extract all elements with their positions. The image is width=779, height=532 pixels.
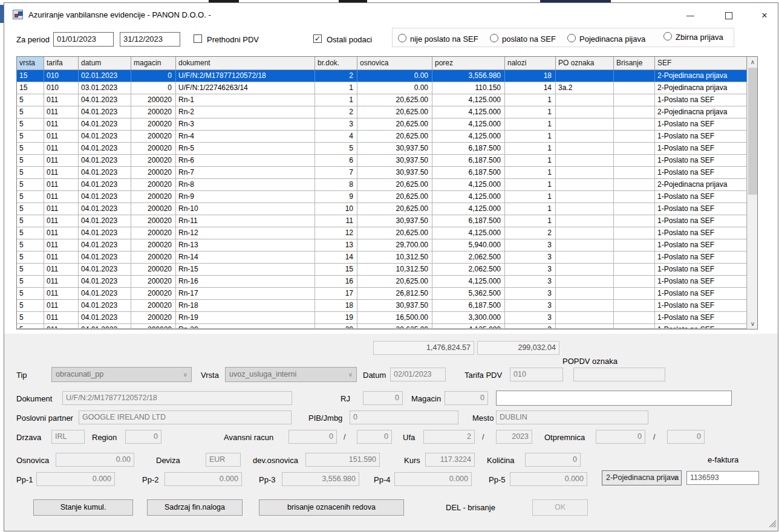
table-row[interactable]: 5 011 04.01.2023 200020 Rn-19 19 16,500.… (17, 312, 757, 324)
date-to-input[interactable]: 31/12/2023 (120, 32, 180, 47)
table-header-row: vrsta tarifa datum magacin dokument br.d… (17, 57, 757, 70)
column-header-sef[interactable]: SEF (655, 57, 747, 70)
table-row[interactable]: 5 011 04.01.2023 200020 Rn-11 11 30,937.… (17, 215, 757, 227)
column-header-datum[interactable]: datum (79, 57, 131, 70)
dev-osnovica-field: 151.590 (305, 453, 380, 467)
kolicina-label: Količina (487, 456, 515, 465)
tarifa-pdv-field: 010 (510, 368, 563, 381)
column-header-vrsta[interactable]: vrsta (17, 57, 44, 70)
column-header-porez[interactable]: porez (432, 57, 505, 70)
table-row[interactable]: 5 011 04.01.2023 200020 Rn-14 14 10,312.… (17, 251, 757, 264)
pp3-label: Pp-3 (259, 475, 275, 484)
pp1-field: 0.000 (36, 472, 115, 486)
table-row[interactable]: 5 011 04.01.2023 200020 Rn-5 5 30,937.50… (17, 143, 757, 155)
radio-nije-poslato-na-sef[interactable] (398, 34, 406, 42)
table-row[interactable]: 5 011 04.01.2023 200020 Rn-6 6 30,937.50… (17, 155, 757, 167)
efaktura-field[interactable]: 1136593 (686, 471, 759, 485)
brisanje-oznacenih-redova-button[interactable]: brisanje oznacenih redova (259, 499, 404, 516)
table-row[interactable]: 5 011 04.01.2023 200020 Rn-2 2 20,625.00… (17, 106, 757, 118)
column-header-brdok[interactable]: br.dok. (315, 57, 357, 70)
mesto-label: Mesto (472, 414, 494, 423)
table-row[interactable]: 5 011 04.01.2023 200020 Rn-8 8 20,625.00… (17, 179, 757, 191)
table-row[interactable]: 5 011 04.01.2023 200020 Rn-10 10 20,625.… (17, 203, 757, 215)
magacin-field: 0 (445, 391, 488, 405)
close-button[interactable]: ✕ (751, 4, 778, 27)
title-bar[interactable]: Azuriranje vanbilansne evidencije - PANO… (4, 3, 778, 26)
maximize-button[interactable] (715, 4, 743, 27)
chevron-down-icon: ∨ (673, 471, 677, 485)
table-row[interactable]: 5 011 04.01.2023 200020 Rn-9 9 20,625.00… (17, 191, 757, 203)
kurs-label: Kurs (404, 456, 420, 465)
radio-zbirna-prijava[interactable] (663, 32, 672, 41)
table-vertical-scrollbar[interactable]: ∧ ∨ (747, 57, 757, 329)
pp3-field: 3,556.980 (282, 472, 359, 486)
radio-poslato-na-sef[interactable] (490, 34, 498, 42)
column-header-brisanje[interactable]: Brisanje (614, 57, 655, 70)
table-row[interactable]: 5 011 04.01.2023 200020 Rn-18 18 30,937.… (17, 300, 757, 312)
table-row[interactable]: 5 011 04.01.2023 200020 Rn-15 15 10,312.… (17, 264, 757, 276)
ostali-podaci-checkbox[interactable]: ✓ (313, 34, 322, 43)
kolicina-field: 0 (525, 453, 581, 467)
scrollbar-thumb[interactable] (748, 68, 757, 195)
table-row[interactable]: 15 010 03.01.2023 0 U/F/N:1/22746263/14 … (17, 82, 757, 94)
slash-separator: / (482, 433, 484, 441)
table-row[interactable]: 5 011 04.01.2023 200020 Rn-17 17 26,812.… (17, 288, 757, 300)
scroll-down-icon[interactable]: ∨ (748, 319, 758, 329)
minimize-button[interactable] (676, 4, 704, 27)
pib-jmbg-label: PIB/Jmbg (308, 414, 342, 423)
ok-button[interactable]: OK (532, 499, 588, 516)
column-header-osnovica[interactable]: osnovica (357, 57, 432, 70)
datum-field: 02/01/2023 (390, 368, 446, 381)
deviza-field: EUR (206, 453, 241, 467)
column-header-tarifa[interactable]: tarifa (44, 57, 79, 70)
dokument-label: Dokument (16, 394, 52, 403)
radio-pojedinacna-pijava[interactable] (567, 34, 576, 42)
maximize-icon (725, 12, 732, 19)
table-row[interactable]: 5 011 04.01.2023 200020 Rn-16 16 20,625.… (17, 276, 757, 288)
prethodni-pdv-label: Prethodni PDV (207, 35, 259, 44)
drzava-label: Drzava (16, 433, 41, 442)
radio-poslato-label: poslato na SEF (502, 34, 556, 44)
popdv-oznaka-field (573, 368, 665, 381)
pp4-label: Pp-4 (374, 475, 390, 484)
column-header-po-oznaka[interactable]: PO oznaka (556, 57, 614, 70)
table-row[interactable]: 5 011 04.01.2023 200020 Rn-1 1 20,625.00… (17, 94, 757, 106)
ufa-field-1: 2 (423, 430, 475, 444)
rj-field: 0 (363, 391, 403, 405)
table-row[interactable]: 5 011 04.01.2023 200020 Rn-13 13 29,700.… (17, 239, 757, 251)
ostali-podaci-label: Ostali podaci (327, 35, 372, 44)
column-header-dokument[interactable]: dokument (176, 57, 315, 70)
table-row[interactable]: 5 011 04.01.2023 200020 Rn-3 3 20,625.00… (17, 118, 757, 131)
sadrzaj-fin-naloga-button[interactable]: Sadrzaj fin.naloga (147, 499, 243, 516)
napomena-field[interactable] (496, 391, 732, 406)
prethodni-pdv-checkbox[interactable] (194, 34, 202, 43)
vrsta-label: Vrsta (201, 371, 219, 380)
otpremnica-field-2: 0 (667, 430, 705, 444)
efaktura-label: e-faktura (708, 455, 738, 464)
column-header-magacin[interactable]: magacin (131, 57, 176, 70)
tip-combo: obracunati_pp∨ (51, 367, 192, 382)
winforms-app-icon (13, 10, 23, 19)
popdv-oznaka-label: POPDV oznaka (562, 357, 618, 366)
deviza-label: Deviza (156, 456, 180, 465)
table-row[interactable]: 5 011 04.01.2023 200020 Rn-7 7 30,937.50… (17, 167, 757, 179)
stanje-kumul-button[interactable]: Stanje kumul. (33, 499, 133, 516)
close-icon: ✕ (761, 11, 768, 20)
table-row[interactable]: 5 011 04.01.2023 200020 Rn-20 20 20,625.… (17, 324, 757, 329)
datum-label: Datum (363, 371, 386, 380)
sef-status-combo[interactable]: 2-Pojedinacna prijava∨ (602, 470, 682, 485)
minimize-icon (686, 16, 694, 16)
scroll-up-icon[interactable]: ∧ (748, 57, 758, 67)
pp2-label: Pp-2 (142, 475, 158, 484)
resize-grip[interactable] (769, 519, 777, 530)
evidencije-table: vrsta tarifa datum magacin dokument br.d… (16, 56, 758, 329)
mesto-field: DUBLIN (496, 410, 648, 424)
table-row[interactable]: 15 010 02.01.2023 0 U/F/N:2/M17877120572… (17, 70, 757, 82)
column-header-nalozi[interactable]: nalozi (505, 57, 556, 70)
region-field: 0 (125, 430, 161, 444)
table-row[interactable]: 5 011 04.01.2023 200020 Rn-4 4 20,625.00… (17, 131, 757, 143)
poslovni-partner-label: Poslovni partner (16, 414, 73, 423)
date-from-input[interactable]: 01/01/2023 (53, 32, 114, 47)
otpremnica-label: Otpremnica (544, 433, 585, 442)
table-row[interactable]: 5 011 04.01.2023 200020 Rn-12 12 20,625.… (17, 227, 757, 239)
